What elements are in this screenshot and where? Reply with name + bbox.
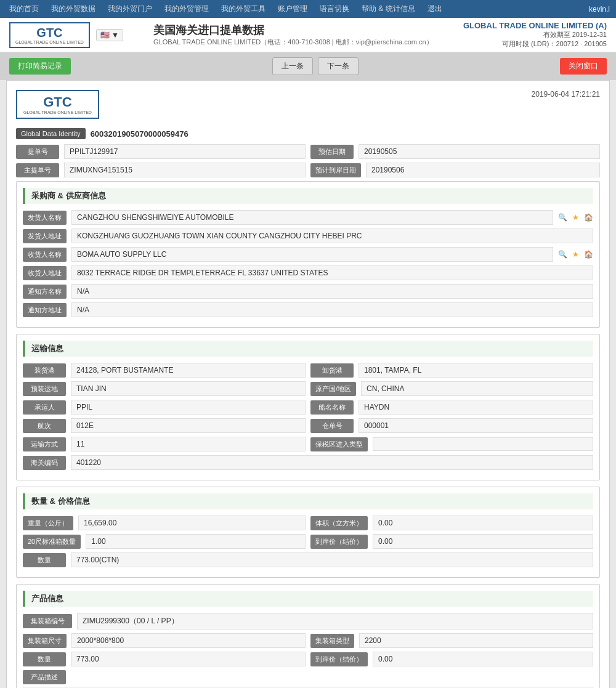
prod-qty-label: 数量 [23, 652, 66, 666]
origin-col: 原产国/地区 CN, CHINA [310, 381, 593, 396]
transport-mode-row: 运输方式 11 保税区进入类型 [23, 437, 593, 451]
doc-header: GTC GLOBAL TRADE ONLINE LIMITED 2019-06-… [16, 90, 600, 119]
main-bill-col: 主提单号 ZIMUXNG4151515 [16, 163, 306, 177]
doc-date: 2019-06-04 17:21:21 [532, 90, 600, 99]
shipper-name-row: 发货人名称 CANGZHOU SHENGSHIWEIYE AUTOMOBILE … [23, 210, 593, 225]
consignee-name-value: BOMA AUTO SUPPLY LLC [71, 247, 553, 262]
toolbar: 打印简易记录 上一条 下一条 关闭窗口 [0, 52, 616, 80]
notify-name-value: N/A [71, 284, 593, 299]
carrier-value: PPIL [71, 400, 306, 415]
nav-item-tools[interactable]: 我的外贸工具 [218, 2, 269, 15]
flag-selector[interactable]: 🇺🇸 ▼ [96, 29, 123, 41]
nav-item-manage[interactable]: 我的外贸管理 [161, 2, 212, 15]
nav-item-help[interactable]: 帮助 & 统计信息 [359, 2, 418, 15]
supplier-title: 采购商 & 供应商信息 [31, 190, 106, 201]
star-icon-shipper[interactable]: ★ [572, 213, 579, 222]
notify-addr-value: N/A [71, 302, 593, 317]
quantity-section-header: 数量 & 价格信息 [23, 493, 593, 509]
bonded-value [373, 437, 593, 451]
vessel-label: 船名名称 [310, 400, 354, 415]
consignee-addr-value: 8032 TERRACE RIDGE DR TEMPLETERRACE FL 3… [71, 265, 593, 280]
shipper-addr-value: KONGZHUANG GUOZHUANG TOWN XIAN COUNTY CA… [71, 229, 593, 243]
eta-label: 预计到岸日期 [310, 163, 361, 177]
origin-label: 原产国/地区 [310, 382, 356, 396]
voyage-row: 航次 012E 仓单号 000001 [23, 418, 593, 433]
nav-item-account[interactable]: 账户管理 [275, 2, 310, 15]
consignee-name-label: 收货人名称 [23, 248, 67, 262]
flag-icon: 🇺🇸 [100, 31, 110, 39]
container-size-label: 集装箱尺寸 [23, 634, 67, 648]
nav-item-portal[interactable]: 我的外贸门户 [105, 2, 155, 15]
expire-date: 有效期至 2019-12-31 [463, 30, 607, 39]
unloading-port-label: 卸货港 [310, 363, 354, 378]
prod-price-value: 0.00 [373, 652, 593, 666]
prod-qty-col: 数量 773.00 [23, 652, 306, 666]
supplier-section: 采购商 & 供应商信息 发货人名称 CANGZHOU SHENGSHIWEIYE… [16, 181, 600, 328]
container-no-label: 集装箱编号 [23, 614, 72, 628]
search-icon-shipper[interactable]: 🔍 [558, 213, 567, 222]
arrival-label: 预估日期 [310, 145, 354, 159]
desc-label-row: 产品描述 [23, 670, 593, 684]
home-icon-consignee[interactable]: 🏠 [584, 250, 593, 259]
container20-col: 20尺标准箱数量 1.00 [23, 534, 306, 549]
nav-user: kevin.l [589, 5, 610, 14]
bill-value: PPILTJ129917 [64, 144, 306, 159]
transport-section-header: 运输信息 [23, 341, 593, 357]
toolbar-nav: 上一条 下一条 [272, 57, 359, 75]
weight-value: 16,659.00 [78, 516, 306, 530]
warehouse-label: 仓单号 [310, 419, 354, 433]
voyage-col: 航次 012E [23, 418, 306, 433]
vessel-col: 船名名称 HAYDN [310, 400, 593, 415]
port-row: 装货港 24128, PORT BUSTAMANTE 卸货港 1801, TAM… [23, 363, 593, 378]
voyage-value: 012E [71, 418, 306, 433]
qty-label: 数量 [23, 553, 66, 567]
loading-port-label: 装货港 [23, 363, 66, 378]
notify-addr-label: 通知方地址 [23, 303, 67, 317]
prev-button[interactable]: 上一条 [272, 57, 313, 75]
doc-logo-text: GTC [43, 94, 71, 110]
quantity-title: 数量 & 价格信息 [31, 496, 90, 507]
nav-item-exit[interactable]: 退出 [424, 2, 445, 15]
transport-section: 运输信息 装货港 24128, PORT BUSTAMANTE 卸货港 1801… [16, 334, 600, 480]
volume-label: 体积（立方米） [310, 516, 368, 530]
arrival-value: 20190505 [359, 144, 600, 159]
container20-label: 20尺标准箱数量 [23, 535, 81, 549]
arrival-col: 预估日期 20190505 [310, 144, 600, 159]
nav-item-trade-data[interactable]: 我的外贸数据 [48, 2, 99, 15]
print-button[interactable]: 打印简易记录 [9, 58, 71, 75]
main-bill-row: 主提单号 ZIMUXNG4151515 预计到岸日期 20190506 [16, 163, 600, 177]
notify-name-label: 通知方名称 [23, 285, 67, 299]
notify-addr-row: 通知方地址 N/A [23, 302, 593, 317]
gdi-row: Global Data Identity 6003201905070000059… [16, 128, 600, 139]
desc-label: 产品描述 [23, 670, 66, 684]
prod-price-col: 到岸价（结价） 0.00 [310, 652, 593, 666]
pre-transport-col: 预装运地 TIAN JIN [23, 381, 306, 396]
nav-item-language[interactable]: 语言切换 [317, 2, 352, 15]
volume-col: 体积（立方米） 0.00 [310, 516, 593, 530]
shipper-addr-row: 发货人地址 KONGZHUANG GUOZHUANG TOWN XIAN COU… [23, 229, 593, 243]
home-icon-shipper[interactable]: 🏠 [584, 213, 593, 222]
container-size-row: 集装箱尺寸 2000*806*800 集装箱类型 2200 [23, 633, 593, 648]
next-button[interactable]: 下一条 [318, 57, 359, 75]
container-type-col: 集装箱类型 2200 [310, 633, 593, 648]
unloading-col: 卸货港 1801, TAMPA, FL [310, 363, 593, 378]
container-no-value: ZIMU2999300（00 / L / PP） [77, 613, 593, 629]
warehouse-col: 仓单号 000001 [310, 418, 593, 433]
doc-logo: GTC GLOBAL TRADE ONLINE LIMITED [16, 90, 99, 119]
consignee-addr-row: 收货人地址 8032 TERRACE RIDGE DR TEMPLETERRAC… [23, 265, 593, 280]
nav-item-home[interactable]: 我的首页 [6, 2, 42, 15]
star-icon-consignee[interactable]: ★ [572, 250, 579, 259]
header-title-area: 美国海关进口提单数据 GLOBAL TRADE ONLINE LIMITED（电… [153, 23, 433, 47]
bonded-label: 保税区进入类型 [310, 437, 368, 451]
transport-mode-value: 11 [71, 437, 306, 451]
company-name: GLOBAL TRADE ONLINE LIMITED (A) [463, 21, 607, 30]
main-content: GTC GLOBAL TRADE ONLINE LIMITED 2019-06-… [6, 80, 610, 688]
close-button[interactable]: 关闭窗口 [560, 58, 607, 75]
bill-label: 提单号 [16, 145, 59, 159]
eta-value: 20190506 [366, 163, 600, 177]
notify-name-row: 通知方名称 N/A [23, 284, 593, 299]
search-icon-consignee[interactable]: 🔍 [558, 250, 567, 259]
unloading-port-value: 1801, TAMPA, FL [359, 363, 593, 378]
time-range: 可用时段 (LDR)：200712 · 201905 [463, 39, 607, 49]
carrier-label: 承运人 [23, 400, 66, 415]
